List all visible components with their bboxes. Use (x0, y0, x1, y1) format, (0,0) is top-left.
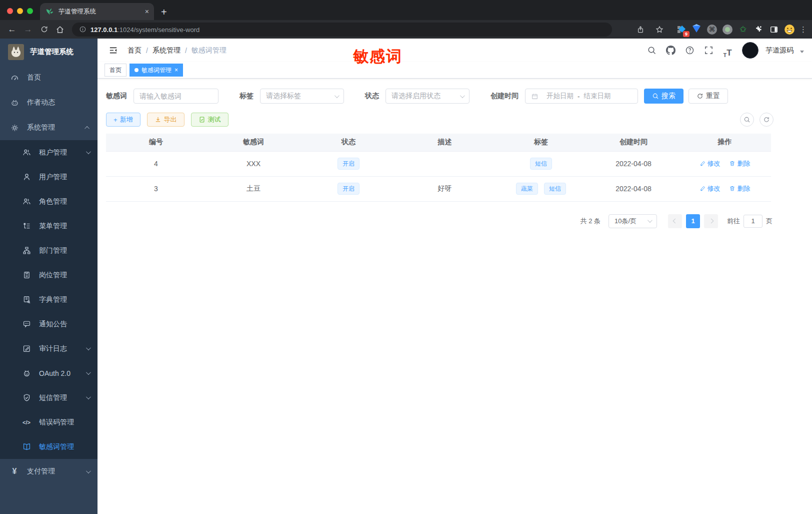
dashboard-icon (10, 73, 19, 82)
tag-badge: 短信 (530, 158, 552, 170)
tag-tab-sensitive-word[interactable]: 敏感词管理 × (130, 64, 183, 77)
role-users-icon (22, 197, 31, 206)
sidebar-item-payment-management[interactable]: ¥ 支付管理 (0, 459, 98, 484)
pagination: 共 2 条 10条/页 1 前往 页 (106, 214, 772, 228)
reload-icon[interactable] (37, 23, 51, 37)
prev-page-button[interactable] (668, 214, 682, 228)
fullscreen-icon[interactable] (701, 43, 716, 58)
share-icon[interactable] (634, 23, 648, 37)
sidebar-item-post-management[interactable]: 岗位管理 (0, 263, 98, 287)
page-size-select[interactable]: 10条/页 (608, 214, 657, 228)
sidebar-item-user-management[interactable]: 用户管理 (0, 165, 98, 189)
sidebar-item-sensitive-word-management[interactable]: 敏感词管理 (0, 434, 98, 459)
user-avatar[interactable] (742, 42, 758, 59)
star-extension-icon[interactable]: ✩ (738, 24, 748, 35)
sidebar-item-menu-management[interactable]: 菜单管理 (0, 214, 98, 238)
edit-button[interactable]: 修改 (700, 159, 720, 168)
profile-avatar-icon[interactable] (784, 24, 795, 35)
filter-form: 敏感词 标签 请选择标签 状态 请选择启用状态 (106, 89, 804, 104)
extensions-puzzle-icon[interactable] (753, 24, 764, 35)
add-button[interactable]: + 新增 (106, 113, 140, 127)
sidebar-item-notice-announcement[interactable]: 通知公告 (0, 312, 98, 336)
gem-extension-icon[interactable] (691, 24, 702, 35)
message-bubble-icon (22, 320, 31, 329)
status-badge: 开启 (338, 158, 360, 170)
breadcrumb-system[interactable]: 系统管理 (152, 46, 180, 55)
breadcrumb-separator: / (185, 47, 187, 55)
chevron-down-icon (334, 93, 340, 98)
browser-tab[interactable]: 芋道管理系统 × (40, 3, 154, 20)
refresh-table-icon[interactable] (760, 113, 774, 127)
sidebar-item-home[interactable]: 首页 (0, 65, 98, 90)
url-bar[interactable]: 127.0.0.1:1024/system/sensitive-word (72, 23, 612, 37)
sidebar-item-dictionary-management[interactable]: 字典管理 (0, 287, 98, 312)
zoom-window-button[interactable] (27, 8, 33, 14)
breadcrumb: 首页 / 系统管理 / 敏感词管理 (128, 46, 226, 55)
side-panel-icon[interactable] (768, 24, 780, 35)
close-tab-icon[interactable]: × (174, 67, 178, 73)
close-window-button[interactable] (7, 8, 13, 14)
browser-menu-icon[interactable]: ⋮ (800, 25, 807, 34)
edit-button[interactable]: 修改 (700, 184, 720, 193)
table-row: 3 土豆 开启 好呀 蔬菜 短信 2022-04-08 修改 删除 (106, 176, 771, 201)
status-select[interactable]: 请选择启用状态 (386, 89, 470, 104)
site-info-icon[interactable] (79, 26, 86, 33)
gear-icon (10, 123, 19, 132)
keyword-label: 敏感词 (106, 92, 127, 101)
chevron-down-icon (460, 93, 465, 98)
bookmark-star-icon[interactable] (652, 23, 666, 37)
cell-word: XXX (206, 151, 301, 176)
help-icon[interactable] (682, 43, 697, 58)
audit-edit-icon (22, 344, 31, 353)
tag-tab-home[interactable]: 首页 (104, 64, 126, 77)
delete-button[interactable]: 删除 (729, 184, 750, 193)
start-date-placeholder: 开始日期 (546, 92, 574, 101)
username[interactable]: 芋道源码 (766, 46, 794, 55)
goto-page-input[interactable] (744, 215, 762, 228)
tab-manager-extension-icon[interactable]: 9 (676, 24, 686, 35)
reset-button[interactable]: 重置 (688, 89, 728, 104)
sidebar-fold-icon[interactable] (106, 43, 120, 58)
sidebar-item-department-management[interactable]: 部门管理 (0, 238, 98, 263)
sidebar-item-role-management[interactable]: 角色管理 (0, 189, 98, 214)
back-icon[interactable]: ← (5, 23, 19, 37)
sidebar-item-error-code-management[interactable]: </> 错误码管理 (0, 410, 98, 434)
test-button[interactable]: 测试 (191, 113, 228, 127)
minimize-window-button[interactable] (17, 8, 23, 14)
home-icon[interactable] (53, 23, 67, 37)
sidebar-item-tenant-management[interactable]: 租户管理 (0, 140, 98, 165)
export-button[interactable]: 导出 (147, 113, 184, 127)
caret-down-icon[interactable] (800, 51, 804, 53)
next-page-button[interactable] (704, 214, 718, 228)
forward-icon[interactable]: → (21, 23, 35, 37)
search-button[interactable]: 搜索 (644, 89, 684, 104)
sidebar-item-author-news[interactable]: 作者动态 (0, 90, 98, 115)
recorder-extension-icon[interactable] (722, 24, 733, 35)
github-icon[interactable] (663, 43, 678, 58)
robot-icon (22, 369, 31, 378)
active-dot (134, 68, 138, 72)
sidebar-item-audit-log[interactable]: 审计日志 (0, 336, 98, 361)
sidebar-item-system-management[interactable]: 系统管理 (0, 115, 98, 140)
date-range-picker[interactable]: 开始日期 - 结束日期 (525, 89, 638, 104)
breadcrumb-home[interactable]: 首页 (128, 46, 142, 55)
sidebar-item-oauth2[interactable]: OAuth 2.0 (0, 361, 98, 385)
delete-button[interactable]: 删除 (729, 159, 750, 168)
toggle-search-icon[interactable] (740, 113, 754, 127)
extensions-cluster: 9 ⌘ ✩ ⋮ (676, 24, 807, 35)
keyword-input[interactable] (134, 89, 218, 104)
font-size-icon[interactable]: TT (720, 43, 735, 58)
tenant-users-icon (22, 148, 31, 157)
code-icon: </> (22, 418, 31, 427)
command-extension-icon[interactable]: ⌘ (706, 24, 718, 35)
browser-window: 芋道管理系统 × + ← → 127.0.0.1:1024/system/sen… (0, 0, 812, 514)
sidebar-item-sms-management[interactable]: 短信管理 (0, 385, 98, 410)
new-tab-button[interactable]: + (161, 7, 167, 17)
tab-close-icon[interactable]: × (145, 8, 149, 16)
search-icon[interactable] (644, 43, 659, 58)
open-book-icon (22, 442, 31, 451)
page-number-1[interactable]: 1 (686, 214, 700, 228)
system-submenu: 租户管理 用户管理 角色管理 菜单管理 部门管理 (0, 140, 98, 459)
calendar-icon (531, 93, 538, 100)
tag-select[interactable]: 请选择标签 (260, 89, 344, 104)
